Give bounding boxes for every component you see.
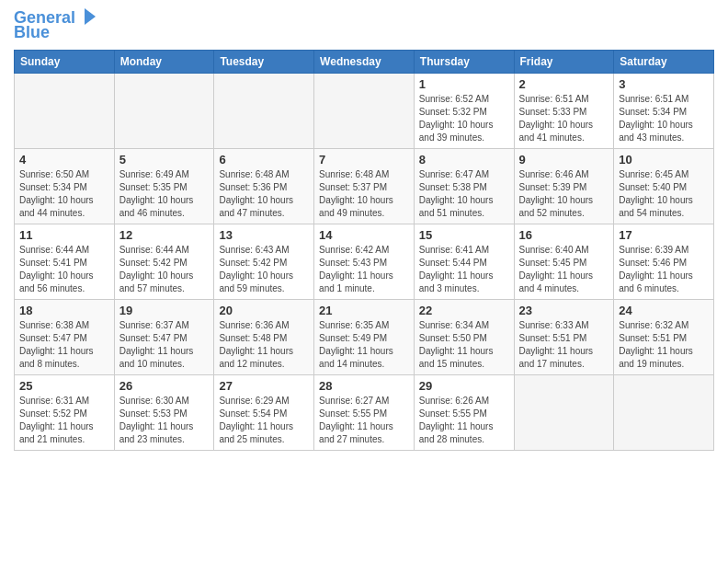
day-info: Sunrise: 6:50 AM Sunset: 5:34 PM Dayligh…	[19, 168, 109, 220]
calendar-cell: 14Sunrise: 6:42 AM Sunset: 5:43 PM Dayli…	[314, 224, 415, 299]
day-of-week-header: Friday	[514, 50, 614, 73]
day-info: Sunrise: 6:46 AM Sunset: 5:39 PM Dayligh…	[519, 168, 609, 220]
day-number: 4	[19, 153, 109, 167]
calendar-cell: 22Sunrise: 6:34 AM Sunset: 5:50 PM Dayli…	[414, 299, 514, 374]
day-info: Sunrise: 6:41 AM Sunset: 5:44 PM Dayligh…	[419, 244, 509, 295]
calendar-cell: 4Sunrise: 6:50 AM Sunset: 5:34 PM Daylig…	[15, 148, 115, 224]
calendar-cell: 18Sunrise: 6:38 AM Sunset: 5:47 PM Dayli…	[15, 299, 115, 374]
day-info: Sunrise: 6:52 AM Sunset: 5:32 PM Dayligh…	[419, 93, 509, 144]
calendar-cell: 1Sunrise: 6:52 AM Sunset: 5:32 PM Daylig…	[414, 73, 514, 148]
calendar-cell	[614, 374, 714, 450]
day-number: 10	[619, 153, 709, 167]
calendar-cell: 20Sunrise: 6:36 AM Sunset: 5:48 PM Dayli…	[214, 299, 314, 374]
calendar-cell: 23Sunrise: 6:33 AM Sunset: 5:51 PM Dayli…	[514, 299, 614, 374]
calendar-cell: 16Sunrise: 6:40 AM Sunset: 5:45 PM Dayli…	[514, 224, 614, 299]
day-number: 8	[419, 153, 509, 167]
calendar-week-row: 25Sunrise: 6:31 AM Sunset: 5:52 PM Dayli…	[15, 374, 714, 450]
logo-text-blue: Blue	[14, 24, 50, 42]
day-number: 6	[219, 153, 309, 167]
calendar-cell: 8Sunrise: 6:47 AM Sunset: 5:38 PM Daylig…	[414, 148, 514, 224]
calendar-cell: 27Sunrise: 6:29 AM Sunset: 5:54 PM Dayli…	[214, 374, 314, 450]
day-info: Sunrise: 6:35 AM Sunset: 5:49 PM Dayligh…	[319, 319, 409, 371]
day-number: 3	[619, 77, 709, 91]
calendar-cell: 28Sunrise: 6:27 AM Sunset: 5:55 PM Dayli…	[314, 374, 415, 450]
calendar-cell: 13Sunrise: 6:43 AM Sunset: 5:42 PM Dayli…	[214, 224, 314, 299]
day-info: Sunrise: 6:36 AM Sunset: 5:48 PM Dayligh…	[219, 319, 309, 371]
day-info: Sunrise: 6:30 AM Sunset: 5:53 PM Dayligh…	[119, 395, 210, 446]
day-info: Sunrise: 6:34 AM Sunset: 5:50 PM Dayligh…	[419, 319, 509, 371]
day-number: 5	[119, 153, 210, 167]
day-number: 22	[419, 304, 509, 317]
logo-icon	[77, 6, 97, 27]
day-info: Sunrise: 6:31 AM Sunset: 5:52 PM Dayligh…	[19, 395, 109, 446]
day-info: Sunrise: 6:47 AM Sunset: 5:38 PM Dayligh…	[419, 168, 509, 220]
calendar-cell: 9Sunrise: 6:46 AM Sunset: 5:39 PM Daylig…	[514, 148, 614, 224]
day-number: 28	[319, 379, 409, 393]
day-number: 2	[519, 77, 609, 91]
calendar-cell: 2Sunrise: 6:51 AM Sunset: 5:33 PM Daylig…	[514, 73, 614, 148]
day-number: 13	[219, 228, 309, 242]
day-info: Sunrise: 6:48 AM Sunset: 5:37 PM Dayligh…	[319, 168, 409, 220]
day-info: Sunrise: 6:33 AM Sunset: 5:51 PM Dayligh…	[519, 319, 609, 371]
day-info: Sunrise: 6:40 AM Sunset: 5:45 PM Dayligh…	[519, 244, 609, 295]
calendar-cell: 6Sunrise: 6:48 AM Sunset: 5:36 PM Daylig…	[214, 148, 314, 224]
calendar-week-row: 11Sunrise: 6:44 AM Sunset: 5:41 PM Dayli…	[15, 224, 714, 299]
calendar-cell	[514, 374, 614, 450]
day-info: Sunrise: 6:45 AM Sunset: 5:40 PM Dayligh…	[619, 168, 709, 220]
day-info: Sunrise: 6:42 AM Sunset: 5:43 PM Dayligh…	[319, 244, 409, 295]
day-of-week-header: Tuesday	[214, 50, 314, 73]
calendar-cell: 3Sunrise: 6:51 AM Sunset: 5:34 PM Daylig…	[614, 73, 714, 148]
day-number: 24	[619, 304, 709, 317]
day-of-week-header: Saturday	[614, 50, 714, 73]
day-number: 18	[19, 304, 109, 317]
svg-marker-0	[85, 8, 96, 25]
calendar-cell: 25Sunrise: 6:31 AM Sunset: 5:52 PM Dayli…	[15, 374, 115, 450]
calendar-cell: 11Sunrise: 6:44 AM Sunset: 5:41 PM Dayli…	[15, 224, 115, 299]
day-info: Sunrise: 6:26 AM Sunset: 5:55 PM Dayligh…	[419, 395, 509, 446]
day-number: 12	[119, 228, 210, 242]
page-container: General Blue SundayMondayTuesdayWednesda…	[0, 0, 728, 460]
day-number: 26	[119, 379, 210, 393]
day-number: 15	[419, 228, 509, 242]
calendar-cell: 29Sunrise: 6:26 AM Sunset: 5:55 PM Dayli…	[414, 374, 514, 450]
day-number: 21	[319, 304, 409, 317]
calendar-week-row: 18Sunrise: 6:38 AM Sunset: 5:47 PM Dayli…	[15, 299, 714, 374]
day-info: Sunrise: 6:38 AM Sunset: 5:47 PM Dayligh…	[19, 319, 109, 371]
day-of-week-header: Sunday	[15, 50, 115, 73]
calendar-cell: 7Sunrise: 6:48 AM Sunset: 5:37 PM Daylig…	[314, 148, 415, 224]
day-number: 20	[219, 304, 309, 317]
calendar-cell	[114, 73, 214, 148]
day-number: 9	[519, 153, 609, 167]
calendar-cell: 26Sunrise: 6:30 AM Sunset: 5:53 PM Dayli…	[114, 374, 214, 450]
day-info: Sunrise: 6:32 AM Sunset: 5:51 PM Dayligh…	[619, 319, 709, 371]
calendar-cell: 24Sunrise: 6:32 AM Sunset: 5:51 PM Dayli…	[614, 299, 714, 374]
day-info: Sunrise: 6:48 AM Sunset: 5:36 PM Dayligh…	[219, 168, 309, 220]
day-info: Sunrise: 6:39 AM Sunset: 5:46 PM Dayligh…	[619, 244, 709, 295]
calendar-cell	[15, 73, 115, 148]
calendar-header-row: SundayMondayTuesdayWednesdayThursdayFrid…	[15, 50, 714, 73]
day-info: Sunrise: 6:43 AM Sunset: 5:42 PM Dayligh…	[219, 244, 309, 295]
day-of-week-header: Thursday	[414, 50, 514, 73]
calendar-table: SundayMondayTuesdayWednesdayThursdayFrid…	[14, 50, 714, 451]
calendar-week-row: 4Sunrise: 6:50 AM Sunset: 5:34 PM Daylig…	[15, 148, 714, 224]
calendar-cell: 15Sunrise: 6:41 AM Sunset: 5:44 PM Dayli…	[414, 224, 514, 299]
calendar-cell: 12Sunrise: 6:44 AM Sunset: 5:42 PM Dayli…	[114, 224, 214, 299]
day-number: 7	[319, 153, 409, 167]
day-number: 1	[419, 77, 509, 91]
calendar-cell: 10Sunrise: 6:45 AM Sunset: 5:40 PM Dayli…	[614, 148, 714, 224]
header: General Blue	[14, 9, 714, 42]
day-info: Sunrise: 6:51 AM Sunset: 5:34 PM Dayligh…	[619, 93, 709, 144]
day-info: Sunrise: 6:51 AM Sunset: 5:33 PM Dayligh…	[519, 93, 609, 144]
day-info: Sunrise: 6:37 AM Sunset: 5:47 PM Dayligh…	[119, 319, 210, 371]
day-of-week-header: Monday	[114, 50, 214, 73]
calendar-cell	[214, 73, 314, 148]
calendar-cell: 21Sunrise: 6:35 AM Sunset: 5:49 PM Dayli…	[314, 299, 415, 374]
calendar-cell	[314, 73, 415, 148]
day-number: 23	[519, 304, 609, 317]
calendar-cell: 17Sunrise: 6:39 AM Sunset: 5:46 PM Dayli…	[614, 224, 714, 299]
calendar-cell: 19Sunrise: 6:37 AM Sunset: 5:47 PM Dayli…	[114, 299, 214, 374]
day-number: 17	[619, 228, 709, 242]
day-number: 27	[219, 379, 309, 393]
day-number: 25	[19, 379, 109, 393]
day-info: Sunrise: 6:44 AM Sunset: 5:41 PM Dayligh…	[19, 244, 109, 295]
